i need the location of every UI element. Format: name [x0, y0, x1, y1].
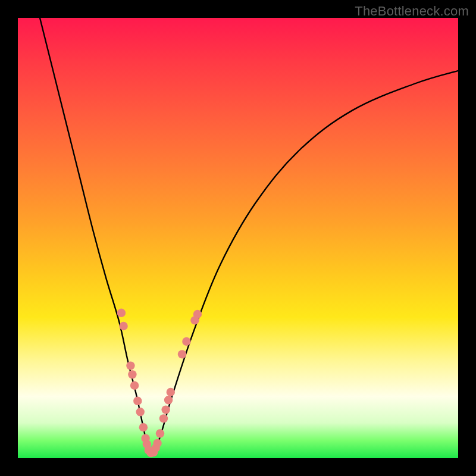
highlight-dot — [167, 388, 175, 396]
highlight-dot — [128, 370, 136, 378]
highlight-dot — [139, 423, 148, 431]
highlight-dot — [182, 337, 190, 346]
plot-area — [18, 18, 458, 458]
watermark-text: TheBottleneck.com — [355, 4, 469, 19]
curve-layer — [18, 18, 458, 458]
highlight-dot — [193, 310, 202, 318]
highlight-dot — [164, 396, 173, 404]
highlight-dot — [133, 397, 142, 405]
highlight-dot — [178, 350, 186, 358]
highlight-dot — [153, 439, 161, 447]
highlight-dot — [161, 405, 170, 414]
highlight-dot — [159, 414, 168, 422]
chart-frame: TheBottleneck.com — [0, 0, 476, 476]
highlight-dots — [117, 309, 202, 458]
highlight-dot — [117, 309, 126, 317]
highlight-dot — [130, 381, 139, 390]
highlight-dot — [126, 361, 134, 369]
highlight-dot — [156, 429, 164, 437]
highlight-dot — [119, 322, 127, 330]
highlight-dot — [136, 408, 145, 416]
bottleneck-curve — [40, 18, 458, 455]
